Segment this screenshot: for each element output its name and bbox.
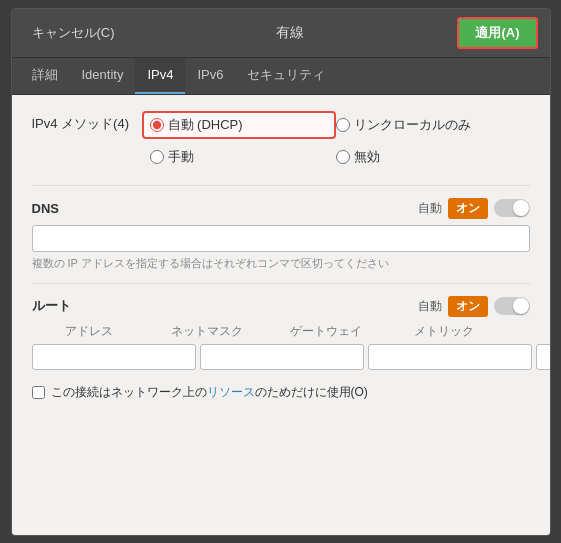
ipv4-method-row: IPv4 メソッド(4) 自動 (DHCP) リンクローカルのみ 手動 [32, 111, 530, 169]
route-col-address: アドレス [32, 323, 147, 340]
titlebar: キャンセル(C) 有線 適用(A) [12, 9, 550, 58]
route-gateway-input[interactable] [368, 344, 532, 370]
method-disabled[interactable]: 無効 [336, 145, 530, 169]
tab-ipv4[interactable]: IPv4 [135, 58, 185, 94]
dns-auto-toggle: 自動 オン [418, 198, 530, 219]
method-auto-label: 自動 (DHCP) [168, 116, 243, 134]
dns-title: DNS [32, 201, 59, 216]
method-disabled-radio[interactable] [336, 150, 350, 164]
route-col-netmask: ネットマスク [150, 323, 265, 340]
method-link-local[interactable]: リンクローカルのみ [336, 111, 530, 139]
dns-section: DNS 自動 オン 複数の IP アドレスを指定する場合はそれぞれコンマで区切っ… [32, 198, 530, 271]
routes-auto-toggle: 自動 オン [418, 296, 530, 317]
tab-details[interactable]: 詳細 [20, 58, 70, 94]
method-manual-radio[interactable] [150, 150, 164, 164]
separator-1 [32, 185, 530, 186]
tab-identity[interactable]: Identity [70, 58, 136, 94]
dns-input[interactable] [32, 225, 530, 252]
content-area: IPv4 メソッド(4) 自動 (DHCP) リンクローカルのみ 手動 [12, 95, 550, 535]
tab-security[interactable]: セキュリティ [235, 58, 337, 94]
dns-toggle-on-button[interactable]: オン [448, 198, 488, 219]
tab-ipv6[interactable]: IPv6 [185, 58, 235, 94]
dns-header: DNS 自動 オン [32, 198, 530, 219]
method-options: 自動 (DHCP) リンクローカルのみ 手動 無効 [142, 111, 530, 169]
checkbox-text-after: のためだけに使用(O) [255, 385, 368, 399]
network-dialog: キャンセル(C) 有線 適用(A) 詳細 Identity IPv4 IPv6 … [11, 8, 551, 536]
dialog-title: 有線 [276, 24, 304, 42]
resource-link[interactable]: リソース [207, 385, 255, 399]
method-disabled-label: 無効 [354, 148, 380, 166]
route-col-actions-header [506, 323, 530, 340]
method-manual-label: 手動 [168, 148, 194, 166]
routes-toggle-thumb [513, 298, 529, 314]
ipv4-method-label: IPv4 メソッド(4) [32, 111, 142, 133]
route-col-gateway: ゲートウェイ [269, 323, 384, 340]
method-auto[interactable]: 自動 (DHCP) [142, 111, 336, 139]
routes-toggle-track[interactable] [494, 297, 530, 315]
route-address-input[interactable] [32, 344, 196, 370]
dns-auto-label: 自動 [418, 200, 442, 217]
routes-header: ルート 自動 オン [32, 296, 530, 317]
checkbox-label: この接続はネットワーク上のリソースのためだけに使用(O) [51, 384, 368, 401]
routes-auto-label: 自動 [418, 298, 442, 315]
route-metric-input[interactable] [536, 344, 551, 370]
method-auto-radio[interactable] [150, 118, 164, 132]
routes-section: ルート 自動 オン アドレス ネットマスク ゲートウェイ メトリック [32, 296, 530, 370]
dns-toggle-track[interactable] [494, 199, 530, 217]
route-netmask-input[interactable] [200, 344, 364, 370]
checkbox-text-before: この接続はネットワーク上の [51, 385, 207, 399]
route-column-headers: アドレス ネットマスク ゲートウェイ メトリック [32, 323, 530, 340]
route-row: ✕ [32, 344, 530, 370]
method-link-local-label: リンクローカルのみ [354, 116, 471, 134]
resource-only-checkbox[interactable] [32, 386, 45, 399]
dns-hint: 複数の IP アドレスを指定する場合はそれぞれコンマで区切ってください [32, 256, 530, 271]
routes-toggle-on-button[interactable]: オン [448, 296, 488, 317]
routes-title: ルート [32, 297, 71, 315]
separator-2 [32, 283, 530, 284]
route-col-metric: メトリック [387, 323, 502, 340]
resource-checkbox-row: この接続はネットワーク上のリソースのためだけに使用(O) [32, 384, 530, 401]
tab-bar: 詳細 Identity IPv4 IPv6 セキュリティ [12, 58, 550, 95]
dns-toggle-thumb [513, 200, 529, 216]
cancel-button[interactable]: キャンセル(C) [24, 20, 123, 46]
method-link-local-radio[interactable] [336, 118, 350, 132]
apply-button[interactable]: 適用(A) [457, 17, 537, 49]
method-manual[interactable]: 手動 [142, 145, 336, 169]
